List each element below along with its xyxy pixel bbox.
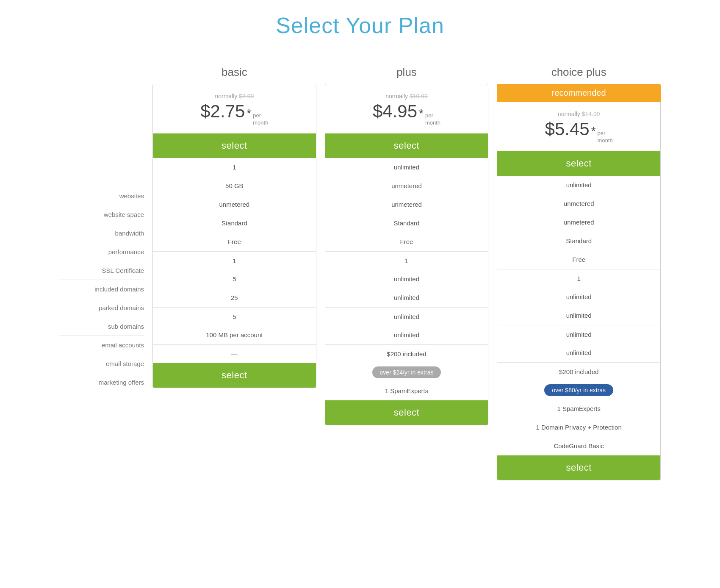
- choice-plus-features: unlimited unmetered unmetered Standard F…: [497, 176, 660, 455]
- choice-plus-domain-privacy-label: 1 Domain Privacy + Protection: [536, 424, 622, 431]
- label-websites: websites: [59, 186, 144, 205]
- choice-plus-spam: 1 SpamExperts: [497, 399, 660, 418]
- choice-plus-price-line: $5.45 * permonth: [504, 119, 654, 144]
- plan-basic: basic normally $7.99 $2.75 * permonth se…: [152, 64, 316, 388]
- plus-select-top[interactable]: select: [325, 133, 488, 158]
- plus-email-storage: unlimited: [325, 326, 488, 344]
- basic-price-section: normally $7.99 $2.75 * permonth: [153, 84, 316, 127]
- basic-normal-price: $7.99: [239, 93, 254, 100]
- basic-included-domains: 1: [153, 251, 316, 270]
- plus-extras-badge-row: over $24/yr in extras: [325, 363, 488, 382]
- plus-per-month: permonth: [425, 112, 440, 127]
- label-website-space: website space: [59, 205, 144, 224]
- plus-spam-label: 1 SpamExperts: [385, 387, 429, 394]
- plus-sub-domains: unlimited: [325, 288, 488, 307]
- basic-bandwidth: unmetered: [153, 195, 316, 214]
- label-email-accounts: email accounts: [59, 336, 144, 354]
- plus-included-domains: 1: [325, 251, 488, 270]
- basic-price: $2.75: [200, 101, 245, 122]
- choice-plus-price-section: normally $14.99 $5.45 * permonth: [497, 102, 660, 144]
- basic-normally: normally $7.99: [160, 93, 309, 100]
- plus-price: $4.95: [373, 101, 417, 122]
- basic-select-bottom[interactable]: select: [153, 363, 316, 388]
- plus-website-space: unmetered: [325, 177, 488, 195]
- choice-plus-sub-domains: unlimited: [497, 306, 660, 325]
- basic-email-accounts: 5: [153, 307, 316, 326]
- plus-card: normally $10.99 $4.95 * permonth select …: [325, 84, 489, 425]
- choice-plus-codeguard-label: CodeGuard Basic: [554, 442, 604, 449]
- basic-ssl: Free: [153, 233, 316, 251]
- label-performance: performance: [59, 242, 144, 261]
- plus-price-line: $4.95 * permonth: [332, 101, 482, 127]
- choice-plus-spam-label: 1 SpamExperts: [557, 405, 601, 412]
- page-title: Select Your Plan: [0, 13, 720, 38]
- basic-email-storage: 100 MB per account: [153, 326, 316, 344]
- plan-plus: plus normally $10.99 $4.95 * permonth se…: [325, 64, 489, 425]
- basic-price-line: $2.75 * permonth: [160, 101, 309, 127]
- choice-plus-extras-badge-row: over $80/yr in extras: [497, 381, 660, 399]
- plus-performance: Standard: [325, 214, 488, 233]
- label-sub-domains: sub domains: [59, 317, 144, 336]
- plus-plan-name: plus: [325, 64, 489, 80]
- plans-area: basic normally $7.99 $2.75 * permonth se…: [152, 64, 661, 480]
- basic-plan-name: basic: [152, 64, 316, 80]
- basic-asterisk: *: [246, 107, 251, 120]
- label-included-domains: included domains: [59, 280, 144, 298]
- choice-plus-normally: normally $14.99: [504, 111, 654, 117]
- choice-plus-domain-privacy: 1 Domain Privacy + Protection: [497, 418, 660, 437]
- basic-performance: Standard: [153, 214, 316, 233]
- choice-plus-marketing: $200 included: [497, 362, 660, 381]
- plus-email-accounts: unlimited: [325, 307, 488, 326]
- choice-plus-asterisk: *: [591, 125, 596, 138]
- basic-website-space: 50 GB: [153, 177, 316, 195]
- label-bandwidth: bandwidth: [59, 224, 144, 242]
- plus-parked-domains: unlimited: [325, 270, 488, 288]
- plus-bandwidth: unmetered: [325, 195, 488, 214]
- choice-plus-ssl: Free: [497, 250, 660, 269]
- choice-plus-bandwidth: unmetered: [497, 213, 660, 232]
- plus-select-bottom[interactable]: select: [325, 400, 488, 425]
- basic-card: normally $7.99 $2.75 * permonth select 1…: [152, 84, 316, 388]
- label-ssl: SSL Certificate: [59, 261, 144, 280]
- choice-plus-normal-price: $14.99: [582, 111, 600, 117]
- choice-plus-websites: unlimited: [497, 176, 660, 194]
- plus-ssl: Free: [325, 233, 488, 251]
- plus-normally: normally $10.99: [332, 93, 482, 100]
- label-marketing-offers: marketing offers: [59, 373, 144, 391]
- plus-extras-badge: over $24/yr in extras: [372, 366, 441, 378]
- choice-plus-select-bottom[interactable]: select: [497, 455, 660, 480]
- recommended-badge: recommended: [497, 84, 661, 102]
- labels-column: websites website space bandwidth perform…: [59, 64, 152, 391]
- choice-plus-select-top[interactable]: select: [497, 151, 660, 176]
- choice-plus-performance: Standard: [497, 232, 660, 250]
- pricing-wrapper: websites website space bandwidth perform…: [0, 64, 720, 480]
- label-parked-domains: parked domains: [59, 298, 144, 317]
- basic-features: 1 50 GB unmetered Standard Free 1 5 25 5…: [153, 158, 316, 363]
- basic-marketing: —: [153, 344, 316, 363]
- label-email-storage: email storage: [59, 354, 144, 373]
- plan-choice-plus: choice plus recommended normally $14.99 …: [497, 64, 661, 480]
- choice-plus-extras-badge: over $80/yr in extras: [544, 384, 613, 396]
- plus-normal-price: $10.99: [410, 93, 428, 100]
- plus-asterisk: *: [419, 107, 424, 120]
- choice-plus-email-accounts: unlimited: [497, 325, 660, 344]
- choice-plus-per-month: permonth: [598, 130, 613, 144]
- basic-parked-domains: 5: [153, 270, 316, 288]
- choice-plus-website-space: unmetered: [497, 194, 660, 213]
- basic-per-month: permonth: [253, 112, 268, 127]
- basic-websites: 1: [153, 158, 316, 177]
- choice-plus-plan-name: choice plus: [497, 64, 661, 80]
- choice-plus-parked-domains: unlimited: [497, 288, 660, 306]
- plus-spam-experts: 1 SpamExperts: [325, 382, 488, 400]
- plus-marketing: $200 included: [325, 344, 488, 363]
- choice-plus-included-domains: 1: [497, 269, 660, 288]
- basic-sub-domains: 25: [153, 288, 316, 307]
- choice-plus-codeguard: CodeGuard Basic: [497, 437, 660, 455]
- choice-plus-card: normally $14.99 $5.45 * permonth select …: [497, 102, 661, 480]
- basic-select-top[interactable]: select: [153, 133, 316, 158]
- choice-plus-email-storage: unlimited: [497, 344, 660, 362]
- plus-features: unlimited unmetered unmetered Standard F…: [325, 158, 488, 400]
- plus-websites: unlimited: [325, 158, 488, 177]
- plus-price-section: normally $10.99 $4.95 * permonth: [325, 84, 488, 127]
- choice-plus-price: $5.45: [545, 119, 590, 139]
